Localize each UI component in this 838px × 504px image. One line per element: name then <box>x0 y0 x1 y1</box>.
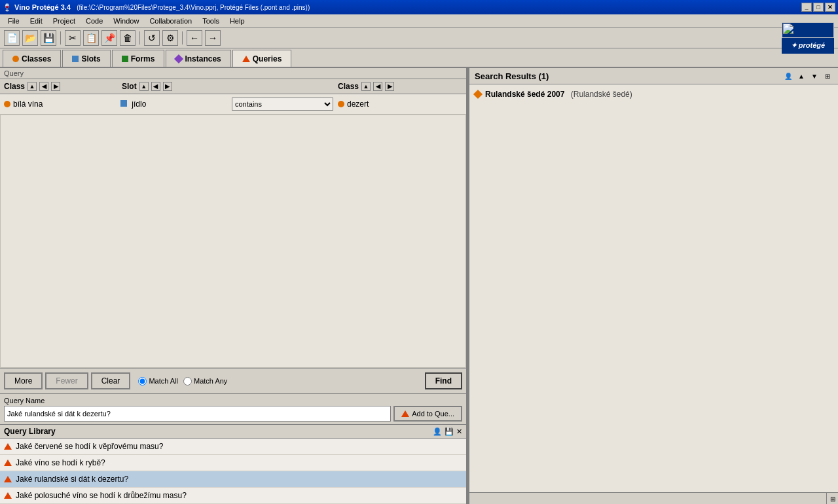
class-col-left: Class ▲ ◀ ▶ <box>0 81 118 92</box>
library-person-icon[interactable]: 👤 <box>433 427 442 436</box>
class-col-up[interactable]: ◀ <box>39 82 48 91</box>
find-button[interactable]: Find <box>425 372 462 389</box>
sr-icon-up[interactable]: ▲ <box>796 71 807 81</box>
radio-group: Match All Match Any <box>138 377 227 386</box>
tab-forms[interactable]: Forms <box>112 50 165 67</box>
class2-dot-icon <box>338 101 344 107</box>
save-button[interactable]: 💾 <box>41 30 56 46</box>
add-que-triangle-icon <box>401 410 409 417</box>
query-contains-cell[interactable]: contains equals starts with ends with <box>229 96 334 112</box>
query-name-section: Query Name Add to Que... <box>0 393 466 424</box>
menu-file[interactable]: File <box>3 16 25 26</box>
query-slot-cell: jídlo <box>118 98 229 110</box>
class-col-add[interactable]: ▲ <box>27 82 37 91</box>
tab-queries[interactable]: Queries <box>232 50 292 67</box>
query-name-input[interactable] <box>4 406 391 422</box>
forward-button[interactable]: → <box>205 30 221 46</box>
tab-queries-label: Queries <box>253 54 282 63</box>
tab-classes[interactable]: Classes <box>3 50 61 67</box>
query-section: Query Class ▲ ◀ ▶ Slot ▲ ◀ ▶ Class <box>0 68 466 368</box>
query-class1-value[interactable]: bílá vína <box>13 99 43 109</box>
menu-collaboration[interactable]: Collaboration <box>144 16 197 26</box>
tab-forms-label: Forms <box>131 54 155 63</box>
search-results-icons: 👤 ▲ ▼ ⊞ <box>783 71 833 81</box>
more-button[interactable]: More <box>4 372 43 389</box>
queries-icon <box>242 56 250 62</box>
paste-button[interactable]: 📌 <box>101 30 117 46</box>
sr-icon-person[interactable]: 👤 <box>783 71 793 81</box>
slot-col-add[interactable]: ▲ <box>139 82 149 91</box>
clear-button[interactable]: Clear <box>91 372 131 389</box>
class2-col-down[interactable]: ▶ <box>385 82 394 91</box>
lib-item-2-icon <box>4 476 12 482</box>
slot-rect-icon <box>120 100 127 107</box>
sr-icon-expand[interactable]: ⊞ <box>822 71 833 81</box>
class2-col-add[interactable]: ▲ <box>361 82 371 91</box>
protege-logo <box>782 22 834 38</box>
menu-code[interactable]: Code <box>81 16 108 26</box>
lib-item-3-label: Jaké polosuché víno se hodí k drůbežímu … <box>16 491 187 500</box>
library-item-3[interactable]: Jaké polosuché víno se hodí k drůbežímu … <box>0 488 466 504</box>
match-all-label[interactable]: Match All <box>138 377 178 386</box>
query-name-row: Add to Que... <box>4 406 462 422</box>
right-scrollbar[interactable] <box>469 493 826 504</box>
configure-button[interactable]: ⚙ <box>162 30 178 46</box>
copy-button[interactable]: 📋 <box>83 30 99 46</box>
slot-col-down[interactable]: ▶ <box>163 82 172 91</box>
result-0-name: Rulandské šedé 2007 <box>485 90 564 99</box>
back-button[interactable]: ← <box>187 30 202 46</box>
cut-button[interactable]: ✂ <box>65 30 81 46</box>
query-header: Query <box>0 68 466 79</box>
main-area: Query Class ▲ ◀ ▶ Slot ▲ ◀ ▶ Class <box>0 68 838 504</box>
class1-dot-icon <box>4 101 10 107</box>
class-col-left-label: Class <box>4 82 25 91</box>
contains-select[interactable]: contains equals starts with ends with <box>232 98 333 111</box>
new-button[interactable]: 📄 <box>4 30 20 46</box>
menu-edit[interactable]: Edit <box>25 16 48 26</box>
class-col-right-label: Class <box>338 82 359 91</box>
menu-project[interactable]: Project <box>48 16 81 26</box>
lib-item-0-icon <box>4 443 12 450</box>
query-row: bílá vína jídlo contains equals starts w… <box>0 94 466 115</box>
lib-item-1-icon <box>4 459 12 466</box>
tab-instances[interactable]: Instances <box>166 50 230 67</box>
forms-icon <box>122 56 128 62</box>
class2-col-up[interactable]: ◀ <box>373 82 382 91</box>
class-col-down[interactable]: ▶ <box>51 82 60 91</box>
match-all-radio[interactable] <box>138 377 147 386</box>
search-result-0[interactable]: Rulandské šedé 2007 (Rulandské šedé) <box>472 87 835 101</box>
query-buttons: More Fewer Clear Match All Match Any Fin… <box>0 368 466 393</box>
delete-button[interactable]: 🗑 <box>120 30 136 46</box>
minimize-button[interactable]: _ <box>801 3 812 12</box>
close-button[interactable]: ✕ <box>825 3 835 12</box>
add-to-que-button[interactable]: Add to Que... <box>393 406 462 422</box>
library-item-0[interactable]: Jaké červené se hodí k věpřovému masu? <box>0 439 466 455</box>
slot-col-up[interactable]: ◀ <box>151 82 160 91</box>
query-class2-value[interactable]: dezert <box>347 99 369 109</box>
slots-icon <box>72 56 79 62</box>
instances-icon <box>174 54 183 63</box>
tabs: Classes Slots Forms Instances Queries <box>0 48 838 68</box>
refresh-button[interactable]: ↺ <box>144 30 160 46</box>
slot-col-label: Slot <box>122 82 137 91</box>
logo-text: ✦ protégé <box>791 41 825 50</box>
maximize-button[interactable]: □ <box>813 3 824 12</box>
menu-help[interactable]: Help <box>225 16 250 26</box>
query-slot-value[interactable]: jídlo <box>132 99 146 109</box>
tab-classes-label: Classes <box>22 54 51 63</box>
library-item-1[interactable]: Jaké víno se hodí k rybě? <box>0 455 466 471</box>
menu-window[interactable]: Window <box>108 16 144 26</box>
open-button[interactable]: 📂 <box>22 30 38 46</box>
library-close-icon[interactable]: ✕ <box>456 427 462 436</box>
library-save-icon[interactable]: 💾 <box>445 427 454 436</box>
match-any-label[interactable]: Match Any <box>183 377 227 386</box>
query-library-title: Query Library <box>4 427 56 436</box>
menu-tools[interactable]: Tools <box>197 16 225 26</box>
fewer-button[interactable]: Fewer <box>45 372 88 389</box>
match-any-radio[interactable] <box>183 377 192 386</box>
tab-slots[interactable]: Slots <box>62 50 110 67</box>
right-scroll-icon[interactable]: ⊞ <box>826 493 838 504</box>
sr-icon-down[interactable]: ▼ <box>809 71 820 81</box>
library-item-2[interactable]: Jaké rulandské si dát k dezertu? <box>0 471 466 488</box>
query-class1-cell: bílá vína <box>0 98 118 110</box>
